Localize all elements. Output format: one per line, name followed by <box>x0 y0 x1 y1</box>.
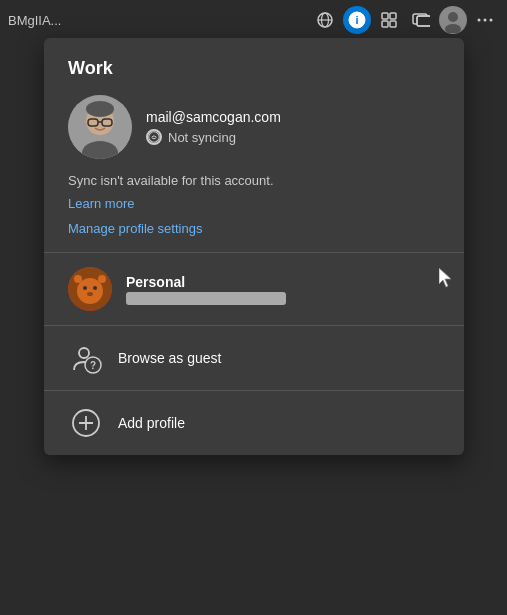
svg-point-31 <box>98 275 106 283</box>
svg-point-22 <box>86 101 114 117</box>
not-syncing-icon <box>146 129 162 145</box>
svg-point-14 <box>448 12 458 22</box>
guest-icon: ? <box>68 340 104 376</box>
manage-profile-link[interactable]: Manage profile settings <box>68 221 440 236</box>
work-section-title: Work <box>68 58 440 79</box>
account-info: mail@samcogan.com Not syncing <box>68 95 440 159</box>
translate-icon[interactable] <box>311 6 339 34</box>
more-icon[interactable] <box>471 6 499 34</box>
add-profile-label: Add profile <box>118 415 185 431</box>
svg-point-33 <box>83 286 87 290</box>
svg-point-34 <box>93 286 97 290</box>
add-profile-item[interactable]: Add profile <box>44 391 464 455</box>
add-profile-icon <box>68 405 104 441</box>
personal-email-masked <box>126 292 286 305</box>
profile-avatar[interactable] <box>439 6 467 34</box>
browser-bar-text: BMgIIA... <box>8 13 307 28</box>
svg-rect-8 <box>382 21 388 27</box>
work-avatar <box>68 95 132 159</box>
sync-status-text: Not syncing <box>168 130 236 145</box>
learn-more-link[interactable]: Learn more <box>68 196 440 211</box>
svg-point-30 <box>74 275 82 283</box>
account-details: mail@samcogan.com Not syncing <box>146 109 281 145</box>
browse-as-guest-item[interactable]: ? Browse as guest <box>44 326 464 390</box>
svg-rect-6 <box>382 13 388 19</box>
account-email: mail@samcogan.com <box>146 109 281 125</box>
svg-point-36 <box>79 348 89 358</box>
sync-message: Sync isn't available for this account. <box>68 173 440 188</box>
svg-point-17 <box>484 19 487 22</box>
svg-rect-7 <box>390 13 396 19</box>
extensions-icon[interactable] <box>375 6 403 34</box>
tab-groups-icon[interactable] <box>407 6 435 34</box>
work-section: Work <box>44 38 464 252</box>
svg-point-35 <box>87 292 93 296</box>
sync-status: Not syncing <box>146 129 281 145</box>
svg-rect-9 <box>390 21 396 27</box>
svg-rect-11 <box>417 16 430 26</box>
svg-point-18 <box>490 19 493 22</box>
browse-as-guest-label: Browse as guest <box>118 350 222 366</box>
personal-section[interactable]: Personal <box>44 253 464 325</box>
svg-point-26 <box>149 132 160 143</box>
svg-text:i: i <box>355 14 358 26</box>
profile-dropdown: Work <box>44 38 464 455</box>
personal-details: Personal <box>126 274 286 305</box>
personal-name: Personal <box>126 274 286 290</box>
browser-bar: BMgIIA... i <box>0 0 507 40</box>
svg-point-32 <box>77 278 103 304</box>
info-icon[interactable]: i <box>343 6 371 34</box>
personal-avatar <box>68 267 112 311</box>
svg-text:?: ? <box>90 360 96 371</box>
svg-point-16 <box>478 19 481 22</box>
